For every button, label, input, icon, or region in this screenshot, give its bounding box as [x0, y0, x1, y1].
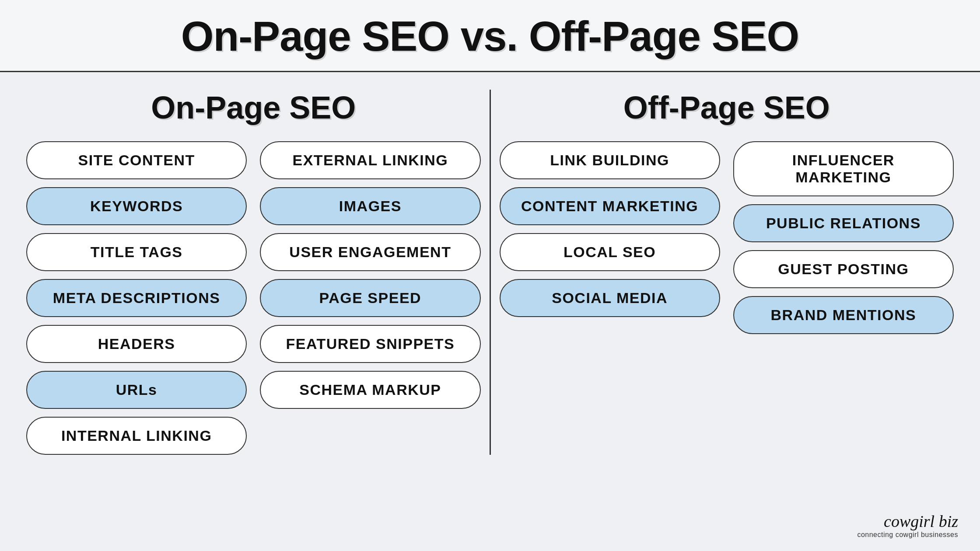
header-section: On-Page SEO vs. Off-Page SEO	[0, 0, 980, 72]
pill-site-content: SITE CONTENT	[26, 141, 247, 179]
onpage-title: On-Page SEO	[26, 90, 481, 126]
main-content: On-Page SEO SITE CONTENT KEYWORDS TITLE …	[0, 72, 980, 455]
offpage-columns: LINK BUILDING CONTENT MARKETING LOCAL SE…	[500, 141, 954, 334]
branding-section: cowgirl biz connecting cowgirl businesse…	[857, 512, 958, 539]
pill-brand-mentions: BRAND MENTIONS	[733, 296, 954, 334]
offpage-column2: INFLUENCER MARKETING PUBLIC RELATIONS GU…	[733, 141, 954, 334]
pill-user-engagement: USER ENGAGEMENT	[260, 233, 480, 271]
onpage-column2: EXTERNAL LINKING IMAGES USER ENGAGEMENT …	[260, 141, 480, 455]
pill-keywords: KEYWORDS	[26, 187, 247, 225]
offpage-column1: LINK BUILDING CONTENT MARKETING LOCAL SE…	[500, 141, 720, 334]
pill-title-tags: TITLE TAGS	[26, 233, 247, 271]
pill-content-marketing: CONTENT MARKETING	[500, 187, 720, 225]
pill-local-seo: LOCAL SEO	[500, 233, 720, 271]
pill-internal-linking: INTERNAL LINKING	[26, 417, 247, 455]
brand-name: cowgirl biz	[857, 512, 958, 531]
onpage-section: On-Page SEO SITE CONTENT KEYWORDS TITLE …	[26, 90, 481, 455]
center-divider	[490, 90, 491, 455]
page-title: On-Page SEO vs. Off-Page SEO	[0, 12, 980, 60]
pill-social-media: SOCIAL MEDIA	[500, 279, 720, 317]
pill-meta-descriptions: META DESCRIPTIONS	[26, 279, 247, 317]
pill-link-building: LINK BUILDING	[500, 141, 720, 179]
pill-public-relations: PUBLIC RELATIONS	[733, 204, 954, 242]
onpage-column1: SITE CONTENT KEYWORDS TITLE TAGS META DE…	[26, 141, 247, 455]
onpage-columns: SITE CONTENT KEYWORDS TITLE TAGS META DE…	[26, 141, 481, 455]
pill-guest-posting: GUEST POSTING	[733, 250, 954, 288]
pill-schema-markup: SCHEMA MARKUP	[260, 371, 480, 409]
offpage-section: Off-Page SEO LINK BUILDING CONTENT MARKE…	[500, 90, 954, 455]
pill-external-linking: EXTERNAL LINKING	[260, 141, 480, 179]
pill-influencer-marketing: INFLUENCER MARKETING	[733, 141, 954, 196]
pill-page-speed: PAGE SPEED	[260, 279, 480, 317]
pill-featured-snippets: FEATURED SNIPPETS	[260, 325, 480, 363]
pill-urls: URLs	[26, 371, 247, 409]
brand-tagline: connecting cowgirl businesses	[857, 531, 958, 539]
pill-headers: HEADERS	[26, 325, 247, 363]
offpage-title: Off-Page SEO	[500, 90, 954, 126]
pill-images: IMAGES	[260, 187, 480, 225]
